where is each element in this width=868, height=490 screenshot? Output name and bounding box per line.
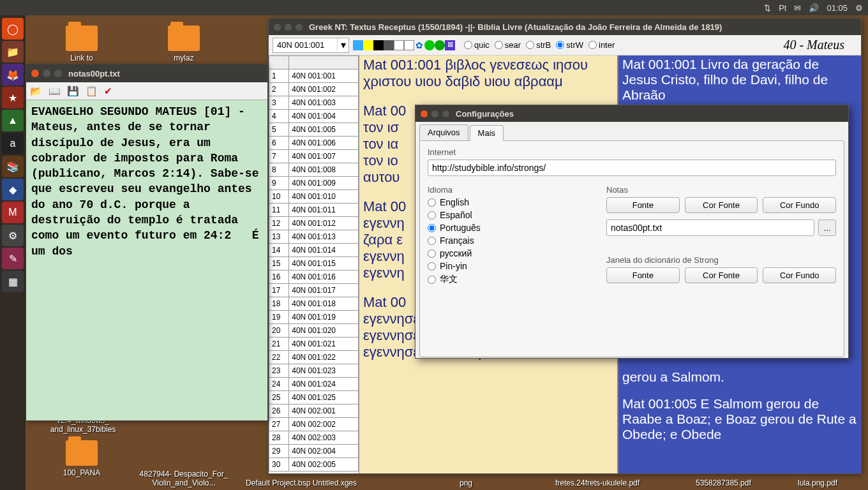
table-row[interactable]: 340N 001:003: [269, 96, 359, 110]
tool-icon[interactable]: [435, 40, 445, 50]
tool-icon[interactable]: [404, 40, 414, 50]
table-row[interactable]: 640N 001:006: [269, 137, 359, 150]
gear-icon[interactable]: ⚙: [855, 3, 863, 13]
volume-icon[interactable]: 🔊: [809, 3, 819, 13]
window-titlebar[interactable]: Greek NT: Textus Receptus (1550/1894) -|…: [269, 19, 861, 35]
notes-text[interactable]: EVANGELHO SEGUNDO MATEUS [01] - Mateus, …: [26, 100, 267, 263]
cor-fundo-button[interactable]: Cor Fundo: [763, 197, 836, 213]
verse-input[interactable]: [273, 40, 337, 50]
save-icon[interactable]: 💾: [67, 85, 79, 97]
table-row[interactable]: 1840N 001:018: [269, 297, 359, 311]
check-icon[interactable]: ✔: [104, 85, 112, 97]
desktop-file[interactable]: Default Project.bsp Untitled.xges: [237, 479, 365, 487]
files-icon[interactable]: 📁: [2, 41, 24, 63]
language-option[interactable]: Français: [428, 235, 594, 246]
maximize-icon[interactable]: [442, 110, 449, 117]
keyboard-lang[interactable]: Pt: [779, 3, 786, 13]
app-icon[interactable]: ⚙: [2, 225, 24, 246]
mail-icon[interactable]: ✉: [794, 3, 801, 13]
verse-selector[interactable]: ▾: [273, 38, 349, 53]
table-row[interactable]: 2740N 002:002: [269, 418, 359, 431]
close-icon[interactable]: [31, 70, 39, 77]
internet-url-input[interactable]: [428, 160, 836, 176]
table-row[interactable]: 1140N 001:011: [269, 204, 359, 217]
table-row[interactable]: 1940N 001:019: [269, 311, 359, 324]
maximize-icon[interactable]: [54, 70, 62, 77]
tool-icon[interactable]: [363, 40, 373, 50]
table-row[interactable]: 2640N 002:001: [269, 405, 359, 418]
dash-icon[interactable]: ◯: [2, 18, 24, 40]
open-icon[interactable]: 📂: [30, 85, 42, 97]
close-icon[interactable]: [421, 110, 428, 117]
table-row[interactable]: 2340N 001:023: [269, 364, 359, 378]
desktop-file[interactable]: png: [460, 479, 472, 487]
table-row[interactable]: 2240N 001:022: [269, 351, 359, 364]
radio-sear[interactable]: sear: [495, 40, 521, 50]
table-row[interactable]: 2140N 001:021: [269, 338, 359, 351]
network-icon[interactable]: ⇅: [764, 3, 771, 13]
radio-inter[interactable]: inter: [588, 40, 615, 50]
language-option[interactable]: Español: [428, 210, 594, 220]
table-row[interactable]: 2440N 001:024: [269, 378, 359, 391]
language-option[interactable]: 华文: [428, 274, 594, 285]
table-row[interactable]: 440N 001:004: [269, 110, 359, 123]
clock[interactable]: 01:05: [827, 3, 848, 13]
app-icon[interactable]: M: [2, 202, 24, 223]
maximize-icon[interactable]: [296, 24, 303, 31]
browse-button[interactable]: ...: [818, 219, 836, 236]
tool-icon[interactable]: [384, 40, 394, 50]
language-option[interactable]: Pin-yin: [428, 261, 594, 271]
table-row[interactable]: 1540N 001:015: [269, 257, 359, 271]
cor-fonte-button-strong[interactable]: Cor Fonte: [685, 267, 758, 283]
desktop-file[interactable]: 4827944- Despacito_For_ Violin_and_Violo…: [139, 470, 228, 487]
fonte-button-strong[interactable]: Fonte: [606, 267, 680, 283]
table-row[interactable]: 3040N 002:005: [269, 458, 359, 471]
tab-arquivos[interactable]: Arquivos: [419, 124, 468, 140]
tab-mais[interactable]: Mais: [470, 125, 504, 141]
copy-icon[interactable]: 📋: [86, 85, 98, 97]
minimize-icon[interactable]: [285, 24, 292, 31]
table-row[interactable]: 1340N 001:013: [269, 230, 359, 244]
minimize-icon[interactable]: [431, 110, 438, 117]
table-row[interactable]: 2540N 001:025: [269, 391, 359, 405]
table-row[interactable]: 1740N 001:017: [269, 284, 359, 297]
window-titlebar[interactable]: notas00pt.txt: [26, 64, 267, 82]
table-row[interactable]: 1240N 001:012: [269, 217, 359, 230]
desktop-file[interactable]: 5358287385.pdf: [696, 479, 751, 487]
radio-quic[interactable]: quic: [464, 40, 490, 50]
minimize-icon[interactable]: [43, 70, 50, 77]
table-row[interactable]: 840N 001:008: [269, 163, 359, 177]
radio-strb[interactable]: strB: [526, 40, 551, 50]
table-row[interactable]: 240N 001:002: [269, 83, 359, 96]
notas-file-input[interactable]: [606, 219, 814, 236]
reference-table[interactable]: 140N 001:001240N 001:002340N 001:003440N…: [269, 56, 359, 473]
table-row[interactable]: 2940N 002:004: [269, 445, 359, 458]
fonte-button[interactable]: Fonte: [606, 197, 680, 213]
table-row[interactable]: 540N 001:005: [269, 123, 359, 137]
app-icon[interactable]: 📚: [2, 156, 24, 177]
app-icon[interactable]: ◆: [2, 179, 24, 200]
table-row[interactable]: 2840N 002:003: [269, 431, 359, 445]
cor-fonte-button[interactable]: Cor Fonte: [685, 197, 758, 213]
app-icon[interactable]: ▲: [2, 110, 24, 131]
desktop-icon[interactable]: mylaz: [158, 26, 209, 63]
app-icon[interactable]: ★: [2, 87, 24, 108]
desktop-file[interactable]: fretes.24frets-ukulele.pdf: [555, 479, 640, 487]
close-icon[interactable]: [274, 24, 281, 31]
table-row[interactable]: 140N 001:001: [269, 70, 359, 83]
cor-fundo-button-strong[interactable]: Cor Fundo: [763, 267, 836, 283]
tool-icon[interactable]: [424, 40, 435, 50]
language-option[interactable]: English: [428, 197, 594, 207]
chevron-down-icon[interactable]: ▾: [337, 39, 348, 51]
tool-icon[interactable]: [353, 40, 363, 50]
tool-icon[interactable]: [373, 40, 384, 50]
amazon-icon[interactable]: a: [2, 133, 24, 154]
book-icon[interactable]: 📖: [49, 85, 61, 97]
table-row[interactable]: 1040N 001:010: [269, 190, 359, 204]
app-icon[interactable]: ✎: [2, 248, 24, 269]
radio-strw[interactable]: strW: [556, 40, 583, 50]
desktop-icon[interactable]: Link to: [56, 26, 107, 63]
table-row[interactable]: 940N 001:009: [269, 177, 359, 190]
window-titlebar[interactable]: Configurações: [415, 105, 848, 122]
tool-icon[interactable]: [394, 40, 404, 50]
